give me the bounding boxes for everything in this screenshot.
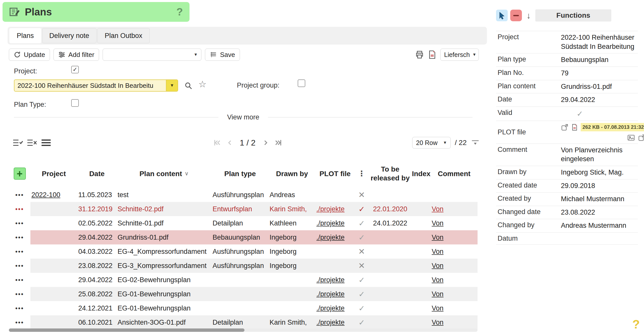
field-value: Grundriss-01.pdf: [561, 82, 636, 91]
row-menu-button[interactable]: •••: [9, 216, 30, 230]
comment-link[interactable]: Von: [431, 290, 478, 298]
chevron-down-icon: ▼: [472, 52, 476, 57]
status-icon: ✓: [358, 290, 365, 299]
plot-file-link[interactable]: ./projekte: [315, 205, 355, 213]
table-row[interactable]: ••• 04.03.2022 EG-4_Kompressorfundament …: [9, 244, 478, 259]
add-plan-button[interactable]: +: [14, 168, 26, 180]
filter-preset-select[interactable]: ▼: [103, 49, 201, 61]
comment-link[interactable]: Von: [431, 219, 478, 227]
view-more-link[interactable]: View more: [218, 113, 268, 121]
project-filter-combobox[interactable]: 2022-100 Reihenhäuser Südstadt In Bearbe…: [14, 79, 178, 92]
plot-file-link[interactable]: ./projekte: [315, 219, 355, 227]
last-page-icon[interactable]: [274, 139, 282, 147]
help-icon[interactable]: ?: [632, 317, 640, 331]
plot-file-link[interactable]: ./projekte: [315, 319, 355, 326]
functions-header[interactable]: Functions: [535, 9, 611, 22]
table-row[interactable]: ••• 29.04.2022 Grundriss-01.pdf Bebauung…: [9, 230, 478, 244]
project-filter-value: 2022-100 Reihenhäuser Südstadt In Bearbe…: [14, 80, 166, 91]
row-menu-button[interactable]: •••: [9, 301, 30, 315]
add-filter-button[interactable]: Add filter: [53, 49, 99, 61]
prev-page-icon[interactable]: [225, 139, 234, 147]
row-menu-button[interactable]: •••: [9, 202, 30, 216]
col-header-index[interactable]: Index: [412, 169, 431, 178]
project-link[interactable]: 2022-100: [30, 191, 77, 199]
select-all-icon[interactable]: [12, 138, 23, 147]
col-header-drawn-by[interactable]: Drawn by: [269, 169, 315, 178]
table-row[interactable]: ••• 31.12.2019 Schnitte-02.pdf Entwurfsp…: [9, 202, 478, 216]
col-header-released-by[interactable]: To be released by: [369, 165, 412, 182]
plan-content-cell: EG-4_Kompressorfundament: [117, 248, 212, 256]
table-body: ••• 2022-100 11.05.2023 test Ausführungs…: [9, 188, 478, 332]
row-menu-button[interactable]: •••: [9, 188, 30, 202]
table-row[interactable]: ••• 25.08.2022 EG-01-Bewehrungsplan ./pr…: [9, 287, 478, 301]
plan-type-cell: Ausführungsplan: [212, 262, 269, 270]
deselect-all-icon[interactable]: [27, 138, 37, 147]
project-filter-checkbox[interactable]: ✓: [71, 66, 79, 73]
table-row[interactable]: ••• 02.05.2022 Schnitte-01.pdf Detailpla…: [9, 216, 478, 230]
select-tool-button[interactable]: [496, 10, 508, 21]
save-button[interactable]: Save: [205, 49, 240, 61]
lieferschein-select[interactable]: Liefersch ▼: [440, 49, 479, 61]
update-button[interactable]: Update: [9, 49, 50, 61]
next-page-icon[interactable]: [262, 139, 270, 147]
col-header-plot-file[interactable]: PLOT file: [315, 169, 355, 178]
table-row[interactable]: ••• 23.08.2022 EG-3_Kompressorfundament …: [9, 259, 478, 273]
plan-type-checkbox[interactable]: [71, 99, 79, 107]
comment-link[interactable]: Von: [431, 248, 478, 256]
search-icon[interactable]: [184, 81, 193, 90]
col-header-plan-type[interactable]: Plan type: [212, 169, 269, 178]
first-page-icon[interactable]: [213, 139, 221, 147]
col-header-date[interactable]: Date: [77, 169, 117, 178]
horizontal-scrollbar[interactable]: [9, 328, 478, 332]
comment-link[interactable]: Von: [431, 205, 478, 213]
col-header-comment[interactable]: Comment: [431, 169, 478, 178]
plot-file-link[interactable]: ./projekte: [315, 304, 355, 312]
row-menu-button[interactable]: •••: [9, 230, 30, 244]
menu-icon[interactable]: [41, 138, 51, 147]
print-icon[interactable]: [415, 50, 424, 59]
remove-button[interactable]: [510, 10, 522, 21]
tab-plans[interactable]: Plans: [9, 28, 41, 43]
favorite-star-icon[interactable]: ☆: [198, 79, 206, 90]
plot-file-link[interactable]: ./projekte: [315, 290, 355, 298]
col-header-project[interactable]: Project: [30, 169, 77, 178]
field-label: Changed by: [498, 221, 561, 229]
date-cell: 29.04.2022: [77, 234, 117, 241]
tab-plan-outbox[interactable]: Plan Outbox: [97, 28, 150, 43]
field-value: 29.09.2018: [561, 181, 636, 191]
comment-link[interactable]: Von: [431, 234, 478, 241]
row-menu-button[interactable]: •••: [9, 287, 30, 301]
table-options-icon[interactable]: [471, 140, 479, 146]
pdf-export-icon[interactable]: [428, 50, 437, 59]
plot-external-icon[interactable]: [638, 134, 644, 141]
date-cell: 04.03.2022: [77, 248, 117, 256]
col-header-kebab-icon[interactable]: ⋮: [355, 169, 369, 178]
row-menu-button[interactable]: •••: [9, 273, 30, 287]
row-menu-button[interactable]: •••: [9, 315, 30, 329]
project-group-checkbox[interactable]: [298, 79, 305, 87]
tab-delivery-note[interactable]: Delivery note: [42, 28, 97, 43]
combobox-caret-icon[interactable]: ▼: [166, 80, 178, 91]
table-row[interactable]: ••• 29.04.2022 EG-02-Bewehrungsplan ./pr…: [9, 273, 478, 287]
download-arrow-icon[interactable]: ↓: [526, 11, 531, 20]
table-row[interactable]: ••• 24.12.2021 EG-01-Bewehrungsplan ./pr…: [9, 301, 478, 315]
sort-down-icon[interactable]: ∨: [184, 170, 188, 177]
plot-file-link[interactable]: ./projekte: [315, 234, 355, 241]
plot-file-link[interactable]: ./projekte: [315, 276, 355, 284]
row-menu-button[interactable]: •••: [9, 259, 30, 273]
comment-link[interactable]: Von: [431, 262, 478, 270]
date-cell: 24.12.2021: [77, 304, 117, 312]
scrollbar-thumb[interactable]: [9, 328, 244, 332]
plot-pdf-icon[interactable]: [571, 124, 578, 131]
plot-preview-icon[interactable]: [627, 134, 635, 141]
table-row[interactable]: ••• 06.10.2021 Ansichten-3OG-01.pdf Deta…: [9, 315, 478, 329]
comment-link[interactable]: Von: [431, 319, 478, 326]
rows-per-page-select[interactable]: 20 Row ▼: [412, 137, 451, 149]
comment-link[interactable]: Von: [431, 276, 478, 284]
row-menu-button[interactable]: •••: [9, 244, 30, 259]
comment-link[interactable]: Von: [431, 304, 478, 312]
table-row[interactable]: ••• 2022-100 11.05.2023 test Ausführungs…: [9, 188, 478, 202]
plot-open-icon[interactable]: [561, 123, 569, 131]
col-header-plan-content[interactable]: Plan content ∨: [117, 169, 212, 178]
banner-help-icon[interactable]: ?: [176, 6, 183, 18]
